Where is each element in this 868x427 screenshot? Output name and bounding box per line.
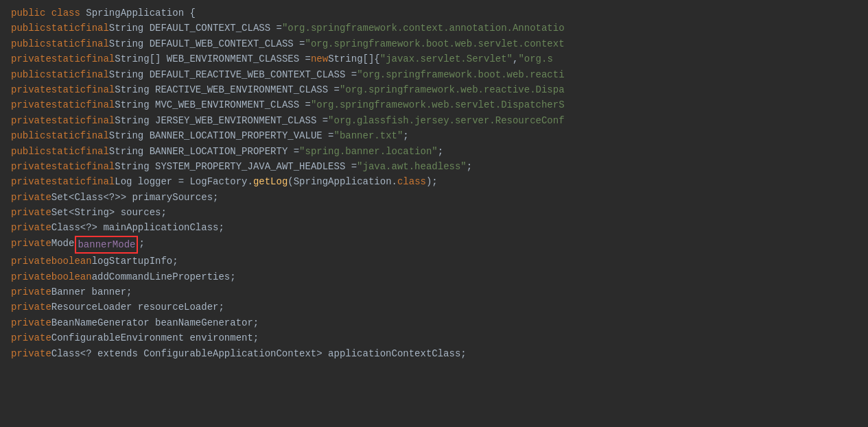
code-token: ; xyxy=(438,144,443,159)
code-token: private xyxy=(11,284,51,300)
code-token: final xyxy=(80,21,109,36)
code-token: static xyxy=(45,36,80,51)
code-token: String BANNER_LOCATION_PROPERTY_VALUE = xyxy=(109,128,334,143)
code-line-22: private Class<? extends ConfigurableAppl… xyxy=(0,346,868,361)
code-token: final xyxy=(86,113,115,128)
code-token: final xyxy=(80,128,109,143)
code-token: ; xyxy=(403,128,408,143)
code-token: "org.s xyxy=(518,51,552,66)
code-line-14: private Class<?> mainApplicationClass; xyxy=(0,220,868,235)
code-token: getLog xyxy=(253,174,288,189)
code-line-13: private Set<String> sources; xyxy=(0,205,868,220)
code-token: private xyxy=(11,190,51,205)
code-token: static xyxy=(51,97,86,112)
code-token: private xyxy=(11,330,51,345)
class-header-line: public class SpringApplication { xyxy=(0,5,868,21)
code-line-7: private static final String JERSEY_WEB_E… xyxy=(0,113,868,128)
code-token: static xyxy=(45,144,80,159)
code-token: ); xyxy=(426,174,438,189)
code-token: String SYSTEM_PROPERTY_JAVA_AWT_HEADLESS… xyxy=(115,159,357,174)
code-token: new xyxy=(311,51,328,66)
code-token: public xyxy=(11,67,45,82)
code-token: Class<? extends ConfigurableApplicationC… xyxy=(51,346,467,361)
code-token: ResourceLoader resourceLoader; xyxy=(51,300,224,315)
code-token: "org.springframework.web.servlet.Dispatc… xyxy=(311,97,565,112)
code-token: "org.springframework.boot.web.reacti xyxy=(357,67,564,82)
code-token: static xyxy=(51,82,86,97)
code-token: logStartupInfo; xyxy=(92,254,178,269)
code-token: addCommandLineProperties; xyxy=(92,269,236,284)
code-token: private xyxy=(11,174,51,189)
code-token: Set<Class<?>> primarySources; xyxy=(51,190,219,205)
code-token: public xyxy=(11,144,45,159)
code-line-18: private Banner banner; xyxy=(0,284,868,300)
code-token: static xyxy=(51,51,86,66)
code-line-4: public static final String DEFAULT_REACT… xyxy=(0,67,868,82)
code-token: BeanNameGenerator beanNameGenerator; xyxy=(51,315,259,330)
class-name: SpringApplication xyxy=(86,5,184,21)
code-line-16: private boolean logStartupInfo; xyxy=(0,254,868,269)
code-line-8: public static final String BANNER_LOCATI… xyxy=(0,128,868,143)
code-token: "banner.txt" xyxy=(334,128,403,143)
code-token: boolean xyxy=(51,269,92,284)
code-token: static xyxy=(45,128,80,143)
code-token: "org.glassfish.jersey.server.ResourceCon… xyxy=(328,113,564,128)
code-line-3: private static final String[] WEB_ENVIRO… xyxy=(0,51,868,66)
code-token: (SpringApplication. xyxy=(288,174,397,189)
red-box-highlight: bannerMode xyxy=(75,236,138,254)
code-token: public xyxy=(11,36,45,51)
code-token: static xyxy=(51,113,86,128)
kw-class: class xyxy=(51,5,80,21)
code-line-12: private Set<Class<?>> primarySources; xyxy=(0,190,868,205)
code-token: String JERSEY_WEB_ENVIRONMENT_CLASS = xyxy=(115,113,328,128)
code-token: private xyxy=(11,269,51,284)
code-token: private xyxy=(11,315,51,330)
code-token: String DEFAULT_WEB_CONTEXT_CLASS = xyxy=(109,36,305,51)
code-token: Class<?> mainApplicationClass; xyxy=(51,220,224,235)
code-token: private xyxy=(11,346,51,361)
code-token: public xyxy=(11,21,45,36)
code-token: private xyxy=(11,205,51,220)
code-token: private xyxy=(11,254,51,269)
code-line-2: public static final String DEFAULT_WEB_C… xyxy=(0,36,868,51)
code-token: String[] WEB_ENVIRONMENT_CLASSES = xyxy=(115,51,311,66)
code-token: "javax.servlet.Servlet" xyxy=(380,51,513,66)
code-token: final xyxy=(86,82,115,97)
code-token: Log logger = LogFactory. xyxy=(115,174,253,189)
code-token: boolean xyxy=(51,254,92,269)
code-line-5: private static final String REACTIVE_WEB… xyxy=(0,82,868,97)
code-token: static xyxy=(51,174,86,189)
code-token: "org.springframework.web.reactive.Dispa xyxy=(340,82,565,97)
code-line-21: private ConfigurableEnvironment environm… xyxy=(0,330,868,345)
code-token: String REACTIVE_WEB_ENVIRONMENT_CLASS = xyxy=(115,82,340,97)
code-token: "org.springframework.boot.web.servlet.co… xyxy=(305,36,565,51)
code-token: static xyxy=(45,21,80,36)
code-token: static xyxy=(51,159,86,174)
code-token: final xyxy=(86,51,115,66)
code-line-11: private static final Log logger = LogFac… xyxy=(0,174,868,189)
code-line-17: private boolean addCommandLineProperties… xyxy=(0,269,868,284)
code-token: String BANNER_LOCATION_PROPERTY = xyxy=(109,144,299,159)
code-token: private xyxy=(11,236,51,254)
brace: { xyxy=(184,5,196,21)
code-token: ; xyxy=(139,236,144,254)
kw-public: public xyxy=(11,5,45,21)
code-token: ConfigurableEnvironment environment; xyxy=(51,330,259,345)
code-line-15: private Mode bannerMode; xyxy=(0,236,868,254)
code-line-1: public static final String DEFAULT_CONTE… xyxy=(0,21,868,36)
code-line-10: private static final String SYSTEM_PROPE… xyxy=(0,159,868,174)
code-token: public xyxy=(11,128,45,143)
code-token: Set<String> sources; xyxy=(51,205,167,220)
code-lines: public static final String DEFAULT_CONTE… xyxy=(0,21,868,361)
code-line-6: private static final String MVC_WEB_ENVI… xyxy=(0,97,868,112)
code-token: final xyxy=(80,36,109,51)
code-token: final xyxy=(86,174,115,189)
code-editor: public class SpringApplication { public … xyxy=(0,0,868,427)
code-token: private xyxy=(11,159,51,174)
code-token: private xyxy=(11,82,51,97)
code-token: static xyxy=(45,67,80,82)
code-token: private xyxy=(11,97,51,112)
code-token: final xyxy=(80,144,109,159)
code-token: Mode xyxy=(51,236,75,254)
code-token: final xyxy=(86,97,115,112)
